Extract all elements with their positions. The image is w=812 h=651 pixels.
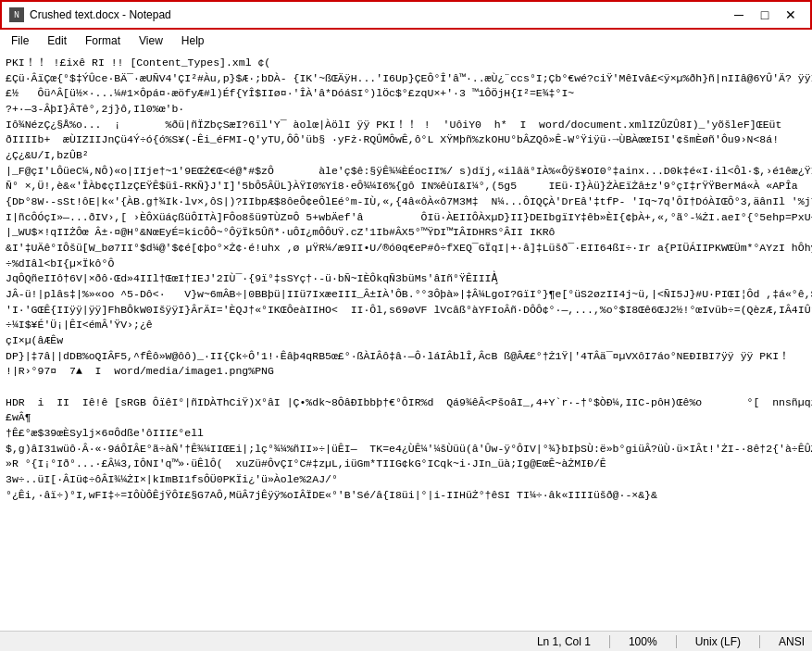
menu-item-edit[interactable]: Edit (44, 32, 70, 49)
status-zoom: 100% (629, 635, 657, 648)
editor-container: PKI！！ !£ixê RI !! [Content_Types].xml ¢(… (0, 52, 812, 631)
menu-item-view[interactable]: View (135, 32, 167, 49)
status-divider-3 (759, 635, 760, 648)
editor-content[interactable]: PKI！！ !£ixê RI !! [Content_Types].xml ¢(… (0, 52, 812, 631)
status-encoding: ANSI (779, 635, 805, 648)
title-bar-left: N Crushed text.docx - Notepad (9, 7, 171, 22)
maximize-button[interactable]: □ (753, 6, 777, 24)
menu-item-file[interactable]: File (7, 32, 32, 49)
app-icon: N (9, 7, 24, 22)
window-controls: ─ □ ✕ (727, 6, 803, 24)
menu-item-format[interactable]: Format (81, 32, 124, 49)
encoding: ANSI (779, 635, 805, 648)
status-divider-1 (609, 635, 610, 648)
menu-bar: FileEditFormatViewHelp (0, 30, 812, 52)
status-bar: Ln 1, Col 1 100% Unix (LF) ANSI (0, 631, 812, 651)
minimize-button[interactable]: ─ (727, 6, 751, 24)
status-position: Ln 1, Col 1 (537, 635, 591, 648)
menu-item-help[interactable]: Help (178, 32, 208, 49)
close-button[interactable]: ✕ (779, 6, 803, 24)
window-title: Crushed text.docx - Notepad (30, 8, 171, 21)
status-line-ending: Unix (LF) (695, 635, 741, 648)
line-ending: Unix (LF) (695, 635, 741, 648)
cursor-position: Ln 1, Col 1 (537, 635, 591, 648)
title-bar: N Crushed text.docx - Notepad ─ □ ✕ (0, 0, 812, 30)
status-divider-2 (676, 635, 677, 648)
zoom-level: 100% (629, 635, 657, 648)
